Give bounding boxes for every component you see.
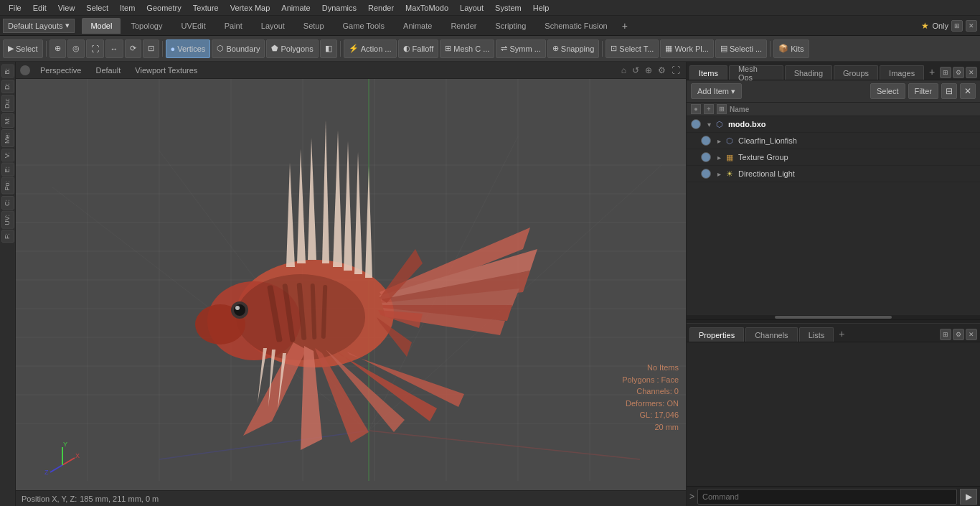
- add-item-button[interactable]: Add Item ▾: [691, 83, 742, 99]
- viewport-home-icon[interactable]: ⌂: [620, 65, 628, 75]
- expand-texture-group[interactable]: ▸: [714, 152, 724, 162]
- vis-btn-directional-light[interactable]: [701, 169, 711, 179]
- tab-groups[interactable]: Groups: [834, 65, 878, 80]
- left-tab-f[interactable]: F:: [1, 230, 14, 243]
- vis-btn-modo-bxo[interactable]: [691, 119, 701, 129]
- vertices-button[interactable]: ● Vertices: [166, 39, 211, 58]
- left-tab-po[interactable]: Po:: [1, 177, 14, 195]
- menu-select[interactable]: Select: [80, 2, 114, 14]
- boundary-button[interactable]: ⬡ Boundary: [212, 39, 265, 58]
- viewport-shading-label[interactable]: Default: [91, 65, 125, 75]
- viewport-dot-button[interactable]: [20, 65, 30, 75]
- filter-button[interactable]: Filter: [908, 83, 938, 99]
- rotate-button[interactable]: ⟳: [125, 39, 141, 58]
- viewport-settings-icon[interactable]: ⚙: [656, 65, 667, 75]
- mode-select-button[interactable]: ◧: [320, 39, 337, 58]
- tab-layout[interactable]: Layout: [253, 18, 293, 34]
- add-panel-tab-button[interactable]: +: [925, 65, 938, 78]
- menu-texture[interactable]: Texture: [187, 2, 225, 14]
- maximize-button[interactable]: ⊞: [951, 20, 963, 32]
- transform-button[interactable]: ↔: [105, 39, 123, 58]
- tab-model[interactable]: Model: [82, 18, 121, 34]
- menu-layout[interactable]: Layout: [454, 2, 489, 14]
- selecti-button[interactable]: ▤ Selecti ...: [715, 39, 767, 58]
- layout-settings-button[interactable]: ✕: [966, 20, 977, 32]
- menu-maxtomodo[interactable]: MaxToModo: [400, 2, 454, 14]
- viewport-canvas[interactable]: .grid-line { stroke: #888; stroke-width:…: [16, 79, 686, 490]
- tree-row-texture-group[interactable]: ▸ ▦ Texture Group: [687, 149, 980, 166]
- menu-dynamics[interactable]: Dynamics: [316, 2, 362, 14]
- tab-schematic[interactable]: Schematic Fusion: [536, 18, 616, 34]
- menu-animate[interactable]: Animate: [275, 2, 316, 14]
- left-tab-me[interactable]: Me:: [1, 129, 14, 147]
- items-expand-button[interactable]: ⊟: [941, 83, 957, 99]
- tree-row-modo-bxo[interactable]: ▾ ⬡ modo.bxo: [687, 116, 980, 133]
- expand-clearfin[interactable]: ▸: [714, 136, 724, 146]
- left-tab-e[interactable]: E:: [1, 163, 14, 177]
- snap-button[interactable]: ⛶: [86, 39, 104, 58]
- menu-system[interactable]: System: [489, 2, 527, 14]
- action-button[interactable]: ⚡ Action ...: [344, 39, 397, 58]
- left-tab-uv[interactable]: UV:: [1, 211, 14, 229]
- menu-geometry[interactable]: Geometry: [141, 2, 187, 14]
- left-tab-b[interactable]: B:: [1, 65, 14, 78]
- scene-tree[interactable]: ▾ ⬡ modo.bxo ▸ ⬡ Clearfin_Lionfish ▸ ▦ T…: [687, 116, 980, 315]
- viewport-texture-label[interactable]: Viewport Textures: [131, 65, 202, 75]
- tab-render[interactable]: Render: [442, 18, 485, 34]
- tree-header-icon-add[interactable]: +: [704, 104, 714, 114]
- tab-lists[interactable]: Lists: [799, 327, 834, 342]
- expand-modo-bxo[interactable]: ▾: [704, 119, 714, 129]
- left-tab-du[interactable]: Du:: [1, 95, 14, 112]
- panel-expand-button[interactable]: ⊞: [940, 67, 951, 78]
- viewport-expand-icon[interactable]: ⛶: [670, 65, 682, 75]
- menu-help[interactable]: Help: [527, 2, 555, 14]
- tab-items[interactable]: Items: [689, 65, 727, 80]
- add-layout-tab-button[interactable]: +: [618, 19, 632, 33]
- tab-topology[interactable]: Topology: [122, 18, 171, 34]
- tab-channels[interactable]: Channels: [745, 327, 797, 342]
- symm-button[interactable]: ⇌ Symm ...: [496, 39, 545, 58]
- vis-btn-clearfin[interactable]: [701, 136, 711, 146]
- left-tab-m[interactable]: M:: [1, 113, 14, 128]
- snapping-button[interactable]: ⊕ Snapping: [547, 39, 600, 58]
- tab-setup[interactable]: Setup: [295, 18, 333, 34]
- tab-animate[interactable]: Animate: [395, 18, 440, 34]
- vis-btn-texture-group[interactable]: [701, 152, 711, 162]
- falloff-button[interactable]: ◐ Falloff: [398, 39, 439, 58]
- tree-scrollbar-thumb[interactable]: [775, 316, 892, 319]
- menu-edit[interactable]: Edit: [27, 2, 52, 14]
- menu-view[interactable]: View: [52, 2, 81, 14]
- tab-images[interactable]: Images: [880, 65, 924, 80]
- viewport-zoom-icon[interactable]: ⊕: [644, 65, 654, 75]
- layout-selector[interactable]: Default Layouts ▾: [3, 19, 75, 33]
- expand-directional-light[interactable]: ▸: [714, 169, 724, 179]
- viewport-type-button[interactable]: ⊕: [50, 39, 66, 58]
- scale-button[interactable]: ⊡: [143, 39, 159, 58]
- menu-render[interactable]: Render: [362, 2, 400, 14]
- menu-item[interactable]: Item: [114, 2, 141, 14]
- tab-uvedit[interactable]: UVEdit: [172, 18, 214, 34]
- tree-header-icon-ref[interactable]: ⊞: [717, 104, 727, 114]
- command-input[interactable]: [697, 489, 957, 505]
- panel-close-button[interactable]: ✕: [966, 67, 977, 78]
- tab-shading[interactable]: Shading: [785, 65, 832, 80]
- menu-file[interactable]: File: [3, 2, 27, 14]
- viewport-rotate-icon[interactable]: ↺: [631, 65, 641, 75]
- select-mode-button[interactable]: ▶ Select: [3, 39, 43, 58]
- command-submit-button[interactable]: ▶: [960, 489, 977, 505]
- select-t-button[interactable]: ⊡ Select T...: [606, 39, 659, 58]
- left-tab-d[interactable]: D:: [1, 80, 14, 93]
- tab-mesh-ops[interactable]: Mesh Ops: [729, 65, 783, 80]
- tree-header-icon-vis[interactable]: ●: [691, 104, 701, 114]
- coord-system-button[interactable]: ◎: [67, 39, 85, 58]
- panel-settings-button[interactable]: ⚙: [953, 67, 964, 78]
- kits-button[interactable]: 📦 Kits: [773, 39, 809, 58]
- work-plane-button[interactable]: ▦ Work Pl...: [660, 39, 713, 58]
- tab-properties[interactable]: Properties: [689, 327, 744, 342]
- mesh-c-button[interactable]: ⊞ Mesh C ...: [440, 39, 494, 58]
- viewport-perspective-label[interactable]: Perspective: [36, 65, 85, 75]
- select-button[interactable]: Select: [870, 83, 905, 99]
- tab-paint[interactable]: Paint: [216, 18, 251, 34]
- tree-row-clearfin[interactable]: ▸ ⬡ Clearfin_Lionfish: [687, 133, 980, 149]
- bottom-close-button[interactable]: ✕: [966, 329, 977, 340]
